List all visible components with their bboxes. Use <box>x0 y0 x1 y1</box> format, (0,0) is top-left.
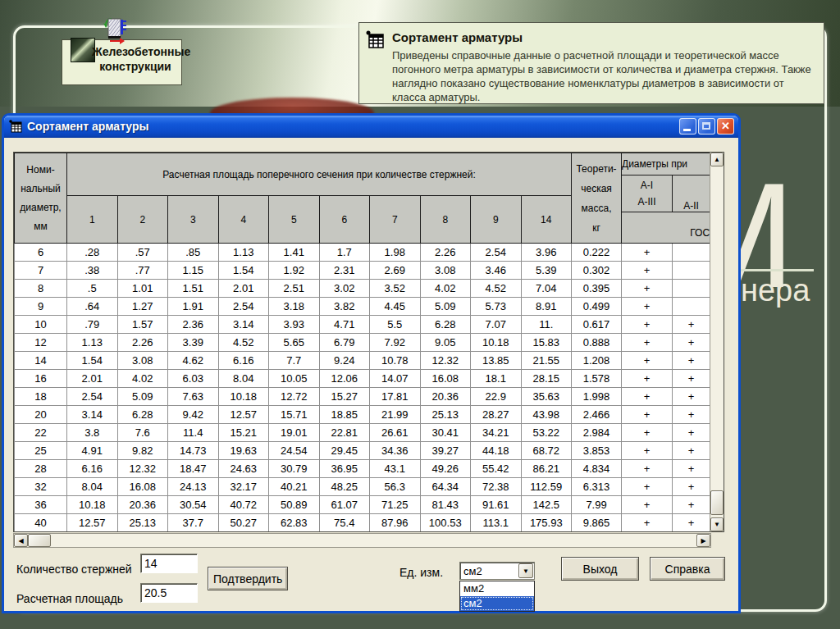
table-cell: 3.82 <box>319 298 370 316</box>
table-cell: 7.6 <box>117 424 168 442</box>
table-cell: + <box>673 478 710 496</box>
app-window: Сортамент арматуры ✕ Номи- нальный диаме… <box>2 113 741 613</box>
table-row: 9.641.271.912.543.183.824.455.095.738.91… <box>15 298 710 316</box>
table-cell: + <box>622 496 673 514</box>
table-grid-icon <box>366 30 386 53</box>
table-cell: 1.98 <box>370 244 421 262</box>
scroll-up-button[interactable]: ▲ <box>710 153 724 166</box>
table-cell: 1.57 <box>117 316 168 334</box>
table-cell: 2.51 <box>269 280 320 298</box>
table-cell: 22 <box>15 424 67 442</box>
table-cell: 26.61 <box>370 424 421 442</box>
vertical-scrollbar[interactable]: ▲ ▼ <box>710 153 724 531</box>
count-header: 9 <box>471 196 522 244</box>
design-area-input[interactable] <box>140 583 198 603</box>
count-header: 4 <box>218 196 269 244</box>
table-cell: + <box>673 334 710 352</box>
scroll-right-button[interactable]: ▶ <box>696 534 710 547</box>
table-cell: 9 <box>15 298 67 316</box>
table-cell: 20.36 <box>117 496 168 514</box>
rod-count-input[interactable] <box>140 554 198 573</box>
close-button[interactable]: ✕ <box>717 118 734 134</box>
table-cell: .77 <box>117 262 168 280</box>
diameter-column-header: Номи- нальный диаметр, мм <box>15 153 67 244</box>
table-cell: 15.71 <box>269 406 320 424</box>
window-titlebar[interactable]: Сортамент арматуры ✕ <box>4 116 738 138</box>
exit-button[interactable]: Выход <box>561 557 639 581</box>
count-header: 3 <box>168 196 219 244</box>
count-header: 1 <box>67 196 118 244</box>
table-cell: 36.95 <box>319 460 370 478</box>
table-cell: 4.834 <box>572 460 622 478</box>
horizontal-scroll-thumb[interactable] <box>28 534 51 547</box>
table-cell: 16 <box>15 370 67 388</box>
table-cell: 3.08 <box>117 352 168 370</box>
minimize-button[interactable] <box>679 118 696 134</box>
table-cell: + <box>673 496 710 514</box>
table-cell: 12.32 <box>117 460 168 478</box>
scroll-left-button[interactable]: ◀ <box>14 534 28 547</box>
table-cell: 72.38 <box>471 478 522 496</box>
table-cell: 35.63 <box>521 388 572 406</box>
maximize-button[interactable] <box>698 118 715 134</box>
table-row: 7.38.771.151.541.922.312.693.083.465.390… <box>15 262 710 280</box>
table-row: 162.014.026.038.0410.0512.0614.0716.0818… <box>15 370 710 388</box>
table-cell: 5.09 <box>420 298 471 316</box>
table-cell: + <box>622 352 673 370</box>
table-cell: 2.26 <box>420 244 471 262</box>
table-cell: 20 <box>15 406 67 424</box>
table-cell: 10.78 <box>370 352 421 370</box>
table-cell: 14 <box>15 352 67 370</box>
table-cell: 40.72 <box>218 496 269 514</box>
units-combobox[interactable]: см2 ▼ <box>459 562 535 580</box>
table-cell: + <box>622 298 673 316</box>
table-row: 141.543.084.626.167.79.2410.7812.3213.85… <box>15 352 710 370</box>
table-cell: 13.85 <box>471 352 522 370</box>
table-cell: 36 <box>15 496 67 514</box>
table-cell: + <box>673 352 710 370</box>
table-cell: + <box>622 442 673 460</box>
table-cell: 10.18 <box>471 334 522 352</box>
table-cell: 2.36 <box>168 316 219 334</box>
table-cell: 3.853 <box>572 442 622 460</box>
scroll-down-button[interactable]: ▼ <box>710 517 724 531</box>
table-cell: 29.45 <box>319 442 370 460</box>
table-cell: .79 <box>67 316 118 334</box>
topic-title-line2: конструкции <box>99 60 171 73</box>
table-cell: + <box>622 406 673 424</box>
slide: М нера Железобетонные конструкции <box>0 0 840 629</box>
table-row: 254.919.8214.7319.6324.5429.4534.3639.27… <box>15 442 710 460</box>
table-cell: + <box>622 478 673 496</box>
table-cell: + <box>622 262 673 280</box>
table-cell: 6 <box>15 244 67 262</box>
table-cell: 30.41 <box>420 424 471 442</box>
table-row: 203.146.289.4212.5715.7118.8521.9925.132… <box>15 406 710 424</box>
unit-option[interactable]: мм2 <box>460 581 534 596</box>
table-cell: 0.617 <box>572 316 622 334</box>
table-row: 328.0416.0824.1332.1740.2148.2556.364.34… <box>15 478 710 496</box>
table-cell: + <box>622 370 673 388</box>
table-cell: 1.13 <box>218 244 269 262</box>
confirm-button[interactable]: Подтвердить <box>208 567 288 590</box>
vertical-scroll-thumb[interactable] <box>710 490 724 515</box>
table-cell: 9.24 <box>319 352 370 370</box>
table-cell: 10 <box>15 316 67 334</box>
table-cell: 3.18 <box>269 298 320 316</box>
table-cell: 6.79 <box>319 334 370 352</box>
table-cell: 6.313 <box>572 478 622 496</box>
rebar-table: Номи- нальный диаметр, мм Расчетная площ… <box>13 152 724 532</box>
table-cell: 2.54 <box>471 244 522 262</box>
table-cell: 1.01 <box>117 280 168 298</box>
table-cell: 18 <box>15 388 67 406</box>
table-cell: 28 <box>15 460 67 478</box>
units-selected-value: см2 <box>463 565 482 577</box>
table-cell: 50.27 <box>218 514 269 532</box>
unit-option[interactable]: см2 <box>460 596 534 611</box>
combobox-dropdown-button[interactable]: ▼ <box>518 563 533 578</box>
help-button[interactable]: Справка <box>650 557 725 581</box>
table-cell: 1.27 <box>117 298 168 316</box>
horizontal-scrollbar[interactable]: ◀ ▶ <box>13 533 711 548</box>
table-cell: 24.54 <box>269 442 320 460</box>
table-cell: 39.27 <box>420 442 471 460</box>
table-cell: 22.9 <box>471 388 522 406</box>
